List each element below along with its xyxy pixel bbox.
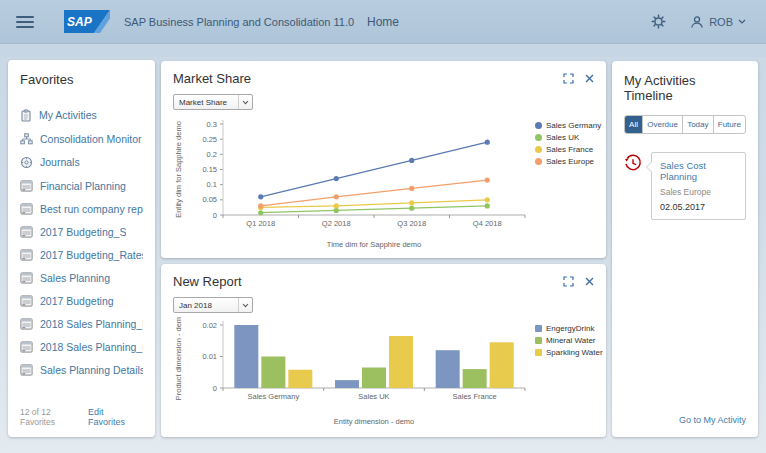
dropdown-value: Market Share	[174, 98, 238, 107]
shell-sub-band	[0, 45, 766, 57]
favorite-item-2017-budgeting[interactable]: 2017 Budgeting	[20, 289, 143, 312]
report-icon	[20, 295, 33, 307]
svg-text:0.1: 0.1	[207, 180, 217, 189]
favorites-count: 12 of 12 Favorites	[20, 407, 88, 427]
close-icon[interactable]	[585, 277, 594, 286]
svg-text:Entity dimension - demo: Entity dimension - demo	[334, 417, 414, 426]
svg-text:0: 0	[213, 384, 217, 393]
activities-timeline-panel: My Activities Timeline AllOverdueTodayFu…	[612, 61, 758, 437]
activity-date: 02.05.2017	[660, 202, 737, 212]
report-icon	[20, 180, 33, 192]
activity-card[interactable]: Sales Cost Planning Sales Europe 02.05.2…	[651, 152, 746, 220]
favorite-label: 2017 Budgeting_S	[40, 226, 126, 238]
favorite-item-2017-budgeting-rates[interactable]: 2017 Budgeting_Rates	[20, 243, 143, 266]
person-icon	[690, 15, 704, 29]
market-share-chart-row: Entity dim for Sapphire demo00.050.10.15…	[173, 114, 594, 254]
legend-item: Sparkling Water	[535, 348, 603, 357]
favorite-item-consolidation-monitor[interactable]: Consolidation Monitor	[20, 127, 143, 150]
legend-item: Sales Germany	[535, 121, 601, 130]
hamburger-menu-icon[interactable]	[16, 13, 34, 31]
activity-subtitle: Sales Europe	[660, 187, 737, 197]
favorite-item-my-activities[interactable]: My Activities	[20, 103, 143, 127]
legend-item: Mineral Water	[535, 336, 603, 345]
journal-icon	[20, 156, 33, 169]
report-icon	[20, 272, 33, 284]
svg-text:Q2 2018: Q2 2018	[322, 219, 351, 228]
favorites-list: My ActivitiesConsolidation MonitorJourna…	[20, 103, 143, 381]
new-report-chart-row: Product dimension - demo00.010.02Sales G…	[173, 317, 594, 431]
edit-favorites-link[interactable]: Edit Favorites	[88, 407, 143, 427]
report-icon	[20, 364, 33, 376]
chevron-down-icon	[738, 19, 746, 24]
shell-right: ROB	[651, 14, 766, 29]
favorite-item-2018-sales-planning-kj[interactable]: 2018 Sales Planning_KJ	[20, 312, 143, 335]
svg-text:0: 0	[213, 211, 217, 220]
org-chart-icon	[20, 133, 33, 145]
svg-text:Q3 2018: Q3 2018	[397, 219, 426, 228]
favorite-item-2017-budgeting-s[interactable]: 2017 Budgeting_S	[20, 220, 143, 243]
favorite-label: 2017 Budgeting_Rates	[40, 249, 143, 261]
new-report-dropdown[interactable]: Jan 2018	[173, 297, 253, 313]
timeline-tab-overdue[interactable]: Overdue	[642, 116, 682, 133]
svg-text:0.15: 0.15	[202, 165, 217, 174]
svg-text:Time dim for Sapphire demo: Time dim for Sapphire demo	[327, 240, 421, 249]
svg-text:Q1 2018: Q1 2018	[246, 219, 275, 228]
activity-row: Sales Cost Planning Sales Europe 02.05.2…	[624, 152, 746, 220]
shell-left: SAP SAP Business Planning and Consolidat…	[0, 10, 354, 33]
new-report-title: New Report	[173, 274, 594, 289]
expand-icon[interactable]	[563, 73, 574, 84]
expand-icon[interactable]	[563, 276, 574, 287]
legend-label: Sales France	[546, 145, 593, 154]
close-icon[interactable]	[585, 74, 594, 83]
legend-bullet	[535, 349, 542, 356]
report-icon	[20, 249, 33, 261]
favorites-panel: Favorites My ActivitiesConsolidation Mon…	[8, 60, 155, 437]
legend-item: Sales UK	[535, 133, 601, 142]
report-icon	[20, 341, 33, 353]
favorite-item-best-run-company-report[interactable]: Best run company report	[20, 197, 143, 220]
nav-home[interactable]: Home	[367, 15, 399, 29]
market-share-dropdown[interactable]: Market Share	[173, 94, 253, 110]
timeline-tab-all[interactable]: All	[625, 116, 642, 133]
timeline-title: My Activities Timeline	[624, 73, 746, 103]
favorite-label: 2018 Sales Planning_KJ2	[40, 341, 143, 353]
svg-text:Sales Germany: Sales Germany	[247, 392, 299, 401]
svg-text:Entity dim for Sapphire demo: Entity dim for Sapphire demo	[174, 121, 183, 218]
user-menu[interactable]: ROB	[690, 15, 746, 29]
favorite-item-financial-planning[interactable]: Financial Planning	[20, 174, 143, 197]
favorite-label: Sales Planning	[40, 272, 110, 284]
svg-text:0.25: 0.25	[202, 135, 217, 144]
legend-item: Sales Europe	[535, 157, 601, 166]
timeline-tab-today[interactable]: Today	[682, 116, 713, 133]
activity-title-link[interactable]: Sales Cost Planning	[660, 160, 737, 182]
timeline-tab-future[interactable]: Future	[713, 116, 745, 133]
overdue-clock-icon	[624, 154, 642, 220]
favorite-item-sales-planning[interactable]: Sales Planning	[20, 266, 143, 289]
legend-bullet	[535, 146, 542, 153]
legend-item: Sales France	[535, 145, 601, 154]
timeline-tabs: AllOverdueTodayFuture	[624, 115, 746, 134]
market-share-title: Market Share	[173, 71, 594, 86]
clipboard-icon	[20, 109, 32, 122]
svg-text:0.2: 0.2	[207, 150, 217, 159]
report-icon	[20, 318, 33, 330]
go-to-my-activity-link[interactable]: Go to My Activity	[679, 415, 746, 425]
svg-text:Product dimension - demo: Product dimension - demo	[174, 317, 183, 400]
legend-label: EngergyDrink	[546, 324, 594, 333]
favorites-footer: 12 of 12 Favorites Edit Favorites	[20, 407, 143, 427]
legend-label: Sales Germany	[546, 121, 601, 130]
svg-text:SAP: SAP	[67, 15, 93, 29]
new-report-legend: EngergyDrinkMineral WaterSparkling Water	[535, 317, 603, 431]
favorite-item-2018-sales-planning-kj2[interactable]: 2018 Sales Planning_KJ2	[20, 335, 143, 358]
settings-gear-icon[interactable]	[651, 14, 666, 29]
legend-bullet	[535, 337, 542, 344]
favorite-item-journals[interactable]: Journals	[20, 150, 143, 174]
chevron-down-icon	[238, 298, 252, 312]
sap-logo: SAP	[64, 10, 110, 33]
legend-label: Sparkling Water	[546, 348, 603, 357]
new-report-panel: New Report Jan 2018 Product dimension - …	[161, 264, 606, 437]
new-report-chart: Product dimension - demo00.010.02Sales G…	[173, 317, 533, 431]
shell-header: SAP SAP Business Planning and Consolidat…	[0, 0, 766, 44]
favorite-item-sales-planning-details[interactable]: Sales Planning Details	[20, 358, 143, 381]
legend-label: Sales Europe	[546, 157, 594, 166]
